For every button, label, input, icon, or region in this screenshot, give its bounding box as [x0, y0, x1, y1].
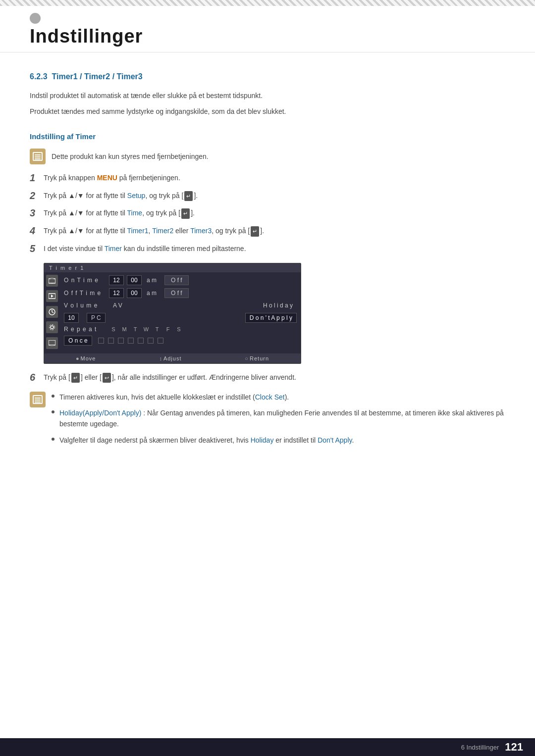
timer2-highlight: Timer2	[152, 227, 173, 235]
timer-offtime-hour: 12	[109, 288, 124, 298]
timer-highlight: Timer	[105, 245, 122, 252]
step-6-num: 6	[30, 372, 44, 383]
bullet-3: Valgfelter til dage nederst på skærmen b…	[52, 435, 505, 446]
timer-rows-area: O n T i m e 12 00 a m O f f O f f T i m …	[60, 272, 301, 352]
enter-btn-2: ↵	[184, 191, 193, 202]
timer-day-mon: M	[121, 326, 128, 332]
timer-once-val: O n c e	[64, 336, 92, 346]
intro-paragraph-1: Indstil produktet til automatisk at tænd…	[30, 90, 505, 101]
note-text: Dette produkt kan kun styres med fjernbe…	[52, 149, 209, 162]
step-4-text: Tryk på ▲/▼ for at flytte til Timer1, Ti…	[44, 225, 505, 237]
timer-check-sat	[158, 338, 163, 344]
svg-line-8	[52, 312, 54, 313]
note-icon-2	[30, 392, 46, 407]
time-highlight: Time	[127, 209, 143, 217]
note-block-2: Timeren aktiveres kun, hvis det aktuelle…	[30, 392, 505, 451]
timer-diagram: T i m e r 1	[44, 263, 301, 364]
holiday-highlight: Holiday	[251, 436, 274, 444]
svg-rect-12	[51, 345, 54, 346]
timer-days-labels: S M T W T F S	[110, 326, 182, 332]
bullet-dot-3	[52, 438, 54, 441]
timer-holiday-label: H o l i d a y	[259, 301, 297, 310]
timer-day-fri: F	[164, 326, 171, 332]
step-1-num: 1	[30, 172, 44, 184]
step-3: 3 Tryk på ▲/▼ for at flytte til Time, og…	[30, 207, 505, 219]
clock-set-highlight: Clock Set	[255, 393, 285, 401]
page-title: Indstillinger	[30, 26, 505, 47]
page-header: Indstillinger	[0, 6, 535, 52]
timer-pc-label: P C	[87, 313, 106, 323]
step-6-text: Tryk på [↵] eller [↩], når alle indstill…	[44, 372, 505, 384]
timer-check-wed	[128, 338, 134, 344]
bullet-dot-2	[52, 410, 54, 413]
step-5-text: I det viste vindue til Timer kan du inds…	[44, 243, 505, 255]
timer-ontime-min: 00	[127, 275, 142, 285]
timer-day-thu: T	[154, 326, 160, 332]
timer-av-label: A V	[109, 301, 126, 310]
menu-highlight: MENU	[97, 174, 117, 182]
step-6: 6 Tryk på [↵] eller [↩], når alle indsti…	[30, 372, 505, 384]
timer-check-thu	[138, 338, 144, 344]
footer-page-num: 121	[505, 741, 523, 754]
timer-day-tue: T	[132, 326, 139, 332]
timer-offtime-ampm: a m	[145, 289, 159, 298]
bullet-text-1: Timeren aktiveres kun, hvis det aktuelle…	[59, 392, 289, 403]
timer-check-mon	[108, 338, 114, 344]
footer: 6 Indstillinger 121	[0, 738, 535, 756]
step-2: 2 Tryk på ▲/▼ for at flytte til Setup, o…	[30, 190, 505, 202]
note-icon-inner-2	[33, 395, 43, 404]
section-heading: 6.2.3 Timer1 / Timer2 / Timer3	[30, 72, 505, 81]
timer-day-wed: W	[143, 326, 150, 332]
svg-marker-5	[51, 295, 54, 298]
svg-rect-11	[49, 340, 55, 345]
svg-rect-0	[49, 279, 55, 283]
timer-ontime-row: O n T i m e 12 00 a m O f f	[64, 275, 297, 285]
return-btn-6: ↩	[103, 373, 111, 383]
timer-title: T i m e r 1	[49, 265, 84, 271]
svg-point-9	[51, 326, 54, 329]
bullet-2: Holiday(Apply/Don't Apply) : Når Gentag …	[52, 407, 505, 430]
timer-volume-val: 10	[64, 313, 79, 323]
main-content: 6.2.3 Timer1 / Timer2 / Timer3 Indstil p…	[0, 52, 535, 488]
step-4: 4 Tryk på ▲/▼ for at flytte til Timer1, …	[30, 225, 505, 237]
top-decorative-bar	[0, 0, 535, 6]
step-1-text: Tryk på knappen MENU på fjernbetjeningen…	[44, 172, 505, 184]
timer-offtime-label: O f f T i m e	[64, 290, 106, 297]
step-2-text: Tryk på ▲/▼ for at flytte til Setup, og …	[44, 190, 505, 202]
timer-check-fri	[148, 338, 154, 344]
svg-point-10	[50, 325, 55, 330]
enter-btn-3: ↵	[181, 208, 190, 219]
timer-day-checks	[98, 338, 163, 344]
enter-btn-4: ↵	[251, 226, 259, 237]
timer-volume-row: V o l u m e A V H o l i d a y	[64, 301, 297, 310]
timer-check-tue	[118, 338, 124, 344]
timer-main: O n T i m e 12 00 a m O f f O f f T i m …	[44, 272, 301, 352]
subsection-heading: Indstilling af Timer	[30, 132, 505, 141]
timer-repeat-label: R e p e a t	[64, 326, 106, 333]
bullet-text-2: Holiday(Apply/Don't Apply) : Når Gentag …	[59, 407, 505, 430]
timer-repeat-row: R e p e a t S M T W T F S	[64, 326, 297, 333]
note-bullets: Timeren aktiveres kun, hvis det aktuelle…	[52, 392, 505, 451]
bullet-dot-1	[52, 395, 54, 398]
step-3-num: 3	[30, 207, 44, 219]
step-5-num: 5	[30, 243, 44, 254]
timer-icon-tv	[46, 275, 58, 287]
timer1-highlight: Timer1	[127, 227, 149, 235]
note-block: Dette produkt kan kun styres med fjernbe…	[30, 149, 505, 164]
timer-check-sun	[98, 338, 104, 344]
timer-icon-display	[46, 337, 58, 349]
bullet-1: Timeren aktiveres kun, hvis det aktuelle…	[52, 392, 505, 403]
timer-icon-gear	[46, 321, 58, 333]
timer3-highlight: Timer3	[190, 227, 212, 235]
timer-bottom-adjust: ↕Adjust	[159, 355, 181, 361]
note-icon	[30, 149, 46, 164]
step-4-num: 4	[30, 225, 44, 237]
timer-day-sun: S	[110, 326, 117, 332]
timer-bottom-move: ●Move	[76, 355, 96, 361]
timer-offtime-min: 00	[127, 288, 142, 298]
footer-label: 6 Indstillinger	[461, 744, 499, 751]
timer-offtime-off: O f f	[164, 288, 189, 298]
timer-ontime-hour: 12	[109, 275, 124, 285]
section-title: Timer1 / Timer2 / Timer3	[52, 72, 142, 81]
timer-volume-label: V o l u m e	[64, 302, 106, 309]
